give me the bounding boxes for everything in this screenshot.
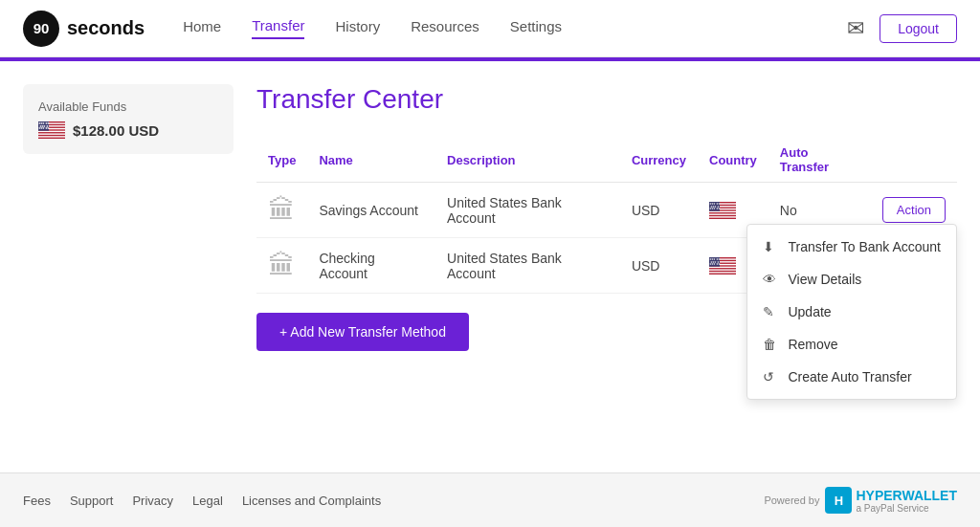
available-funds-label: Available Funds — [38, 99, 218, 114]
row1-currency: USD — [620, 183, 698, 238]
view-details-icon: 👁 — [763, 272, 778, 287]
dropdown-item-auto-transfer[interactable]: ↺ Create Auto Transfer — [747, 361, 956, 393]
row1-name: Savings Account — [307, 183, 435, 238]
svg-text:★: ★ — [47, 126, 50, 130]
hw-name: HYPERWALLET — [856, 488, 957, 503]
col-type: Type — [256, 138, 307, 183]
main-nav: Home Transfer History Resources Settings — [183, 17, 847, 39]
available-funds-card: Available Funds ★★★★★ ★★★★ ★★★★★ — [23, 84, 234, 154]
logout-button[interactable]: Logout — [880, 14, 957, 43]
col-country: Country — [698, 138, 768, 183]
footer: Fees Support Privacy Legal Licenses and … — [0, 472, 980, 527]
svg-rect-50 — [709, 272, 736, 273]
footer-support[interactable]: Support — [70, 494, 114, 508]
nav-home[interactable]: Home — [183, 18, 221, 38]
svg-rect-6 — [38, 136, 65, 137]
col-description: Description — [435, 138, 620, 183]
logo: 90 seconds — [23, 11, 145, 47]
hw-icon: H — [825, 487, 852, 514]
add-transfer-method-button[interactable]: + Add New Transfer Method — [256, 313, 469, 351]
dropdown-item-remove[interactable]: 🗑 Remove — [747, 328, 956, 361]
powered-by-text: Powered by — [764, 494, 819, 506]
header-right: ✉ Logout — [847, 14, 957, 43]
mail-icon[interactable]: ✉ — [847, 16, 864, 41]
funds-amount: ★★★★★ ★★★★ ★★★★★ $128.00 USD — [38, 121, 218, 139]
dropdown-item-update-label: Update — [788, 304, 831, 319]
footer-fees[interactable]: Fees — [23, 494, 51, 508]
row1-description: United States Bank Account — [435, 183, 620, 238]
auto-transfer-icon: ↺ — [763, 369, 778, 384]
dropdown-item-auto-label: Create Auto Transfer — [788, 369, 911, 384]
row2-currency: USD — [620, 238, 698, 294]
svg-rect-4 — [38, 131, 65, 132]
svg-text:★: ★ — [718, 262, 721, 266]
col-auto-transfer: Auto Transfer — [768, 138, 871, 183]
us-flag-sidebar: ★★★★★ ★★★★ ★★★★★ — [38, 121, 65, 139]
row2-type: 🏛 — [256, 238, 307, 294]
svg-rect-26 — [709, 210, 736, 211]
dropdown-item-update[interactable]: ✎ Update — [747, 296, 956, 328]
nav-resources[interactable]: Resources — [411, 18, 479, 38]
footer-right: Powered by H HYPERWALLET a PayPal Servic… — [764, 487, 957, 514]
sidebar: Available Funds ★★★★★ ★★★★ ★★★★★ — [23, 84, 234, 450]
logo-number: 90 — [33, 20, 50, 36]
bank-icon: 🏛 — [268, 251, 295, 280]
logo-circle: 90 — [23, 11, 59, 47]
page-title: Transfer Center — [256, 84, 957, 115]
us-flag-row2: ★★★★★ ★★★★ ★★★★★ — [709, 257, 736, 274]
dropdown-item-transfer-label: Transfer To Bank Account — [788, 239, 941, 254]
footer-links: Fees Support Privacy Legal Licenses and … — [23, 494, 381, 508]
update-icon: ✎ — [763, 304, 778, 319]
svg-rect-48 — [709, 266, 736, 267]
hw-name-block: HYPERWALLET a PayPal Service — [856, 488, 957, 514]
nav-settings[interactable]: Settings — [510, 18, 562, 38]
footer-licenses[interactable]: Licenses and Complaints — [242, 494, 381, 508]
svg-rect-49 — [709, 269, 736, 270]
dropdown-item-view-label: View Details — [788, 272, 861, 287]
dropdown-item-view-details[interactable]: 👁 View Details — [747, 263, 956, 296]
remove-icon: 🗑 — [763, 337, 778, 352]
dropdown-item-transfer[interactable]: ⬇ Transfer To Bank Account — [747, 231, 956, 263]
action-button[interactable]: Action — [882, 197, 946, 223]
svg-rect-5 — [38, 133, 65, 134]
table-header: Type Name Description Currency Country A… — [256, 138, 957, 183]
col-name: Name — [307, 138, 435, 183]
svg-rect-27 — [709, 213, 736, 214]
col-action — [871, 138, 957, 183]
footer-privacy[interactable]: Privacy — [132, 494, 173, 508]
hyperwallet-logo: H HYPERWALLET a PayPal Service — [825, 487, 957, 514]
row2-name: Checking Account — [307, 238, 435, 294]
action-dropdown-menu: ⬇ Transfer To Bank Account 👁 View Detail… — [746, 224, 957, 400]
brand-name: seconds — [67, 17, 145, 39]
us-flag-row1: ★★★★★ ★★★★ ★★★★★ — [709, 202, 736, 219]
funds-value: $128.00 USD — [73, 122, 159, 139]
nav-transfer[interactable]: Transfer — [252, 17, 304, 39]
main-content: Available Funds ★★★★★ ★★★★ ★★★★★ — [0, 61, 980, 472]
bank-icon: 🏛 — [268, 195, 295, 225]
svg-text:★: ★ — [718, 207, 721, 210]
paypal-service: a PayPal Service — [856, 503, 957, 514]
col-currency: Currency — [620, 138, 698, 183]
row1-type: 🏛 — [256, 183, 307, 238]
footer-legal[interactable]: Legal — [192, 494, 223, 508]
transfer-bank-icon: ⬇ — [763, 239, 778, 254]
dropdown-item-remove-label: Remove — [788, 337, 837, 352]
header: 90 seconds Home Transfer History Resourc… — [0, 0, 980, 57]
row2-description: United States Bank Account — [435, 238, 620, 294]
nav-history[interactable]: History — [335, 18, 380, 38]
svg-rect-28 — [709, 216, 736, 217]
